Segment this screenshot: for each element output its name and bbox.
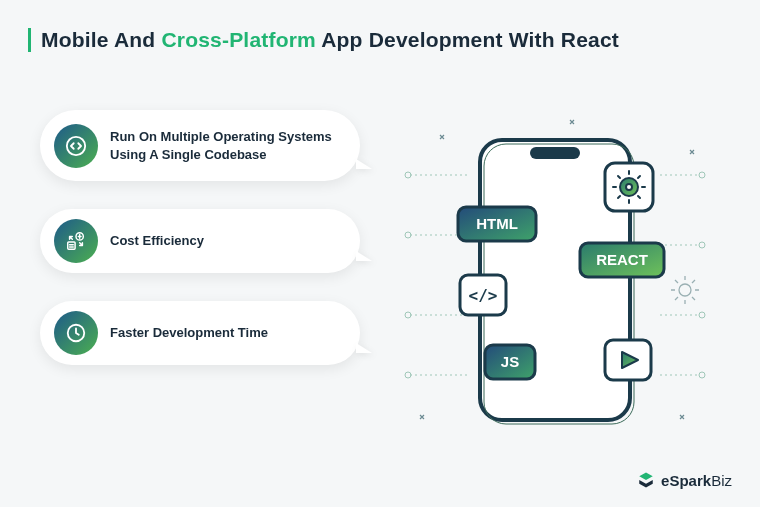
title-highlight: Cross-Platform [161, 28, 316, 51]
benefits-list: Run On Multiple Operating Systems Using … [40, 110, 360, 393]
page-title: Mobile And Cross-Platform App Developmen… [28, 28, 619, 52]
svg-point-8 [699, 172, 705, 178]
gear-icon [671, 276, 699, 304]
benefit-text: Faster Development Time [110, 324, 268, 342]
svg-point-10 [699, 312, 705, 318]
cost-icon [54, 219, 98, 263]
phone-illustration: HTML REACT </> JS [380, 115, 720, 445]
brand-name: eSpark [661, 472, 711, 489]
clock-icon [54, 311, 98, 355]
svg-rect-15 [530, 147, 580, 159]
title-suffix: App Development With React [316, 28, 619, 51]
svg-point-9 [699, 242, 705, 248]
badge-label: JS [501, 353, 519, 370]
brand-logo: eSparkBiz [637, 471, 732, 489]
html-badge: HTML [458, 207, 536, 241]
benefit-text: Run On Multiple Operating Systems Using … [110, 128, 336, 163]
svg-point-11 [699, 372, 705, 378]
badge-label: HTML [476, 215, 518, 232]
code-icon [54, 124, 98, 168]
react-badge: REACT [580, 243, 664, 277]
svg-point-0 [67, 136, 85, 154]
play-card-icon [605, 340, 651, 380]
benefit-card-codebase: Run On Multiple Operating Systems Using … [40, 110, 360, 181]
gear-card-icon [605, 163, 653, 211]
js-badge: JS [485, 345, 535, 379]
benefit-text: Cost Efficiency [110, 232, 204, 250]
svg-point-31 [626, 184, 632, 190]
badge-label: REACT [596, 251, 648, 268]
title-prefix: Mobile And [41, 28, 161, 51]
code-card-icon: </> [460, 275, 506, 315]
svg-point-12 [679, 284, 691, 296]
brand-suffix: Biz [711, 472, 732, 489]
benefit-card-cost: Cost Efficiency [40, 209, 360, 273]
benefit-card-time: Faster Development Time [40, 301, 360, 365]
logo-mark-icon [637, 471, 655, 489]
svg-rect-1 [68, 242, 75, 249]
svg-text:</>: </> [469, 286, 498, 305]
